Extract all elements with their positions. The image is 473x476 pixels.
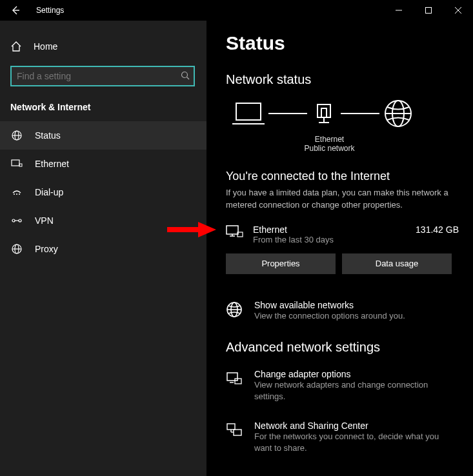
sidebar-item-proxy[interactable]: Proxy bbox=[0, 235, 206, 263]
sidebar-item-status[interactable]: Status bbox=[0, 121, 206, 150]
adapter-title: Change adapter options bbox=[254, 369, 454, 379]
svg-rect-7 bbox=[12, 160, 19, 166]
diagram-labels: Ethernet Public network bbox=[206, 135, 459, 153]
diagram-mid-label: Ethernet bbox=[206, 135, 459, 144]
window-title: Settings bbox=[31, 6, 64, 15]
computer-icon bbox=[232, 101, 265, 126]
connection-sub: From the last 30 days bbox=[253, 235, 407, 244]
network-sharing-center[interactable]: Network and Sharing Center For the netwo… bbox=[226, 421, 459, 454]
sidebar: Home Network & Internet Status bbox=[0, 21, 206, 476]
connection-row: Ethernet From the last 30 days 131.42 GB bbox=[226, 224, 459, 244]
maximize-button[interactable] bbox=[414, 0, 443, 21]
search-input[interactable] bbox=[10, 66, 195, 86]
svg-rect-34 bbox=[227, 373, 237, 381]
sidebar-item-label: VPN bbox=[35, 215, 54, 226]
dialup-icon bbox=[10, 186, 23, 198]
connection-description: If you have a limited data plan, you can… bbox=[226, 187, 452, 212]
available-title: Show available networks bbox=[254, 300, 405, 310]
minimize-button[interactable] bbox=[384, 0, 414, 21]
sidebar-item-label: Status bbox=[35, 130, 61, 141]
show-available-networks[interactable]: Show available networks View the connect… bbox=[226, 300, 459, 322]
sharing-sub: For the networks you connect to, decide … bbox=[254, 431, 454, 454]
proxy-icon bbox=[10, 243, 23, 255]
ethernet-icon bbox=[10, 158, 23, 170]
svg-point-11 bbox=[19, 193, 20, 195]
globe-large-icon bbox=[383, 99, 413, 128]
svg-rect-35 bbox=[235, 379, 241, 384]
diagram-mid-sub: Public network bbox=[206, 144, 459, 153]
connection-name: Ethernet bbox=[253, 224, 407, 235]
sharing-title: Network and Sharing Center bbox=[254, 421, 454, 431]
home-nav[interactable]: Home bbox=[0, 34, 206, 59]
home-label: Home bbox=[34, 41, 57, 52]
adapter-icon bbox=[226, 369, 244, 387]
sharing-icon bbox=[226, 421, 244, 439]
svg-point-9 bbox=[14, 193, 15, 195]
sidebar-item-label: Ethernet bbox=[35, 159, 69, 169]
back-button[interactable] bbox=[0, 0, 31, 21]
svg-rect-1 bbox=[426, 8, 432, 14]
sidebar-item-label: Dial-up bbox=[35, 187, 63, 197]
svg-line-3 bbox=[187, 77, 190, 80]
data-usage-button[interactable]: Data usage bbox=[342, 253, 452, 274]
ethernet-icon bbox=[226, 224, 244, 240]
svg-point-2 bbox=[182, 72, 188, 78]
svg-point-13 bbox=[19, 219, 21, 222]
svg-rect-38 bbox=[234, 430, 241, 435]
section-title: Network status bbox=[226, 72, 459, 87]
advanced-heading: Advanced network settings bbox=[226, 340, 459, 355]
connection-line bbox=[268, 113, 307, 114]
sidebar-item-dialup[interactable]: Dial-up bbox=[0, 178, 206, 206]
svg-rect-21 bbox=[321, 108, 327, 117]
svg-rect-18 bbox=[236, 103, 261, 120]
page-title: Status bbox=[226, 32, 459, 54]
sidebar-item-vpn[interactable]: VPN bbox=[0, 206, 206, 235]
titlebar: Settings bbox=[0, 0, 473, 21]
svg-rect-8 bbox=[19, 164, 22, 166]
adapter-sub: View network adapters and change connect… bbox=[254, 379, 454, 402]
change-adapter-options[interactable]: Change adapter options View network adap… bbox=[226, 369, 459, 402]
sidebar-item-ethernet[interactable]: Ethernet bbox=[0, 150, 206, 178]
connection-headline: You're connected to the Internet bbox=[226, 170, 459, 183]
connection-line bbox=[341, 113, 379, 114]
search-icon bbox=[181, 71, 190, 80]
main-content: Status Network status Ethernet Public ne… bbox=[206, 21, 473, 476]
home-icon bbox=[10, 41, 22, 52]
globe-icon bbox=[10, 130, 23, 141]
svg-point-10 bbox=[16, 193, 17, 195]
connection-usage: 131.42 GB bbox=[416, 224, 459, 235]
router-icon bbox=[311, 101, 337, 126]
network-diagram bbox=[226, 99, 459, 128]
available-sub: View the connection options around you. bbox=[254, 310, 405, 322]
globe-icon bbox=[226, 300, 244, 318]
svg-rect-37 bbox=[227, 424, 235, 430]
svg-rect-20 bbox=[317, 104, 330, 117]
properties-button[interactable]: Properties bbox=[226, 253, 336, 274]
svg-rect-27 bbox=[226, 226, 238, 234]
vpn-icon bbox=[10, 215, 23, 226]
svg-point-12 bbox=[12, 219, 15, 222]
close-button[interactable] bbox=[443, 0, 473, 21]
sidebar-item-label: Proxy bbox=[35, 244, 58, 254]
category-heading: Network & Internet bbox=[0, 93, 206, 117]
